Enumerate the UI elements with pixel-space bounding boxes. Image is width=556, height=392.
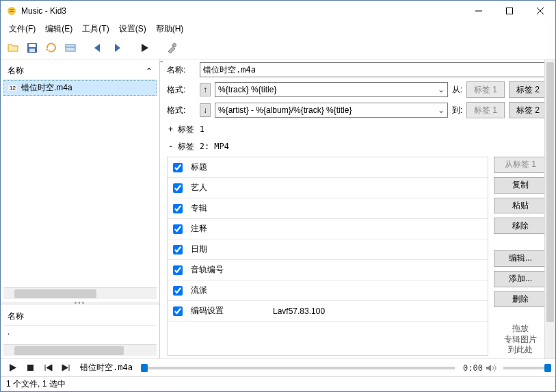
remove-button[interactable]: 移除 [494, 218, 547, 234]
tag-field-name: 编码设置 [188, 305, 270, 317]
tag-row[interactable]: 标题 [168, 157, 488, 178]
add-button[interactable]: 添加... [494, 271, 547, 287]
tag-field-name: 注释 [188, 223, 270, 235]
tag-row[interactable]: 艺人 [168, 178, 488, 198]
tag-table: 标题 艺人 专辑 注释 日期 音轨编号 流派 编码设置 Lavf57.83.10… [167, 157, 488, 356]
player-seek-slider[interactable] [141, 367, 455, 369]
menu-file[interactable]: 文件(F) [5, 22, 40, 36]
svg-rect-3 [29, 44, 36, 47]
close-button[interactable] [525, 1, 555, 21]
menu-help[interactable]: 帮助(H) [152, 22, 188, 36]
player-time: 0:00 [463, 363, 483, 373]
menu-edit[interactable]: 编辑(E) [41, 22, 77, 36]
tag-checkbox[interactable] [173, 163, 183, 172]
from-tag2-button[interactable]: 标签 2 [509, 81, 547, 98]
status-bar: 1 个文件, 1 选中 [1, 376, 555, 391]
tag-checkbox[interactable] [173, 245, 183, 254]
dir-list[interactable]: . .. [3, 326, 157, 344]
player-stop-button[interactable] [23, 361, 38, 375]
svg-rect-4 [29, 49, 35, 52]
chevron-down-icon: ⌄ [438, 105, 445, 115]
tag-checkbox[interactable] [173, 183, 183, 193]
paste-button[interactable]: 粘贴 [494, 198, 547, 214]
from-tag1-side-button[interactable]: 从标签 1 [494, 157, 547, 173]
dir-header-label: 名称 [8, 311, 24, 322]
to-tag2-button[interactable]: 标签 2 [509, 102, 547, 118]
format-up-label: 格式: [167, 84, 196, 96]
tag-field-value[interactable]: Lavf57.83.100 [270, 306, 488, 316]
dir-header[interactable]: 名称 [3, 308, 157, 326]
tag-row[interactable]: 专辑 [168, 198, 488, 219]
revert-button[interactable] [43, 40, 59, 56]
tag-checkbox[interactable] [173, 286, 183, 296]
svg-rect-5 [66, 44, 75, 51]
folder-button[interactable] [62, 40, 79, 56]
title-bar: Music - Kid3 [1, 1, 555, 21]
file-hscroll[interactable] [3, 287, 157, 299]
tag-checkbox[interactable] [173, 306, 183, 316]
window-title: Music - Kid3 [21, 6, 463, 16]
right-vscroll[interactable] [544, 60, 555, 358]
dir-row[interactable]: . [3, 326, 157, 338]
tag1-header[interactable]: + 标签 1 [167, 122, 555, 140]
next-button[interactable] [109, 40, 125, 56]
tag-row[interactable]: 音轨编号 [168, 260, 488, 280]
horizontal-splitter[interactable] [1, 302, 159, 305]
arrow-down-icon[interactable]: ↓ [200, 103, 211, 117]
maximize-button[interactable] [494, 1, 525, 21]
arrow-up-icon[interactable]: ↑ [200, 83, 211, 96]
tag-checkbox[interactable] [173, 224, 183, 234]
file-list[interactable]: 12 错位时空.m4a [3, 80, 157, 287]
file-badge: 12 [8, 85, 17, 91]
config-button[interactable] [163, 40, 180, 56]
dir-hscroll[interactable] [3, 344, 157, 356]
dir-pane: 名称 . .. [1, 305, 159, 358]
format-down-select[interactable]: %{artist} - %{album}/%{track} %{title}⌄ [215, 103, 448, 118]
left-pane: 名称 ⌃ 12 错位时空.m4a 名称 . .. [1, 60, 160, 358]
player-prev-button[interactable] [40, 361, 55, 375]
tag-field-name: 流派 [188, 285, 270, 296]
tag-field-name: 专辑 [188, 202, 270, 214]
tag-checkbox[interactable] [173, 265, 183, 275]
right-pane: ⌃ 名称: 格式: ↑ %{track} %{title}⌄ 从: 标签 1 标… [160, 60, 555, 358]
tag-row[interactable]: 流派 [168, 280, 488, 301]
menu-settings[interactable]: 设置(S) [115, 22, 150, 36]
toolbar [1, 36, 555, 60]
tag-row[interactable]: 日期 [168, 239, 488, 260]
to-tag1-button[interactable]: 标签 1 [466, 102, 505, 118]
format-up-select[interactable]: %{track} %{title}⌄ [215, 82, 448, 97]
file-header[interactable]: 名称 ⌃ [3, 62, 157, 80]
collapse-left-icon[interactable]: ⌃ [160, 60, 164, 67]
open-button[interactable] [5, 40, 21, 56]
tag2-header[interactable]: - 标签 2: MP4 [167, 140, 555, 157]
prev-button[interactable] [90, 40, 106, 56]
name-input[interactable] [200, 62, 547, 77]
file-name: 错位时空.m4a [21, 82, 72, 94]
file-row[interactable]: 12 错位时空.m4a [3, 80, 157, 96]
svg-point-6 [173, 43, 176, 47]
minimize-button[interactable] [463, 1, 494, 21]
tag-checkbox[interactable] [173, 204, 183, 213]
volume-slider[interactable] [503, 367, 551, 369]
delete-button[interactable]: 删除 [494, 291, 547, 308]
dir-row[interactable]: .. [3, 338, 157, 344]
album-art-dropzone[interactable]: 拖放 专辑图片 到此处 [494, 324, 547, 356]
player-play-button[interactable] [5, 361, 20, 375]
file-pane: 名称 ⌃ 12 错位时空.m4a [1, 60, 159, 302]
player-next-button[interactable] [58, 361, 73, 375]
tag-field-name: 标题 [188, 161, 270, 173]
tag-field-name: 日期 [188, 244, 270, 255]
player-track-label: 错位时空.m4a [80, 362, 133, 374]
menu-bar: 文件(F) 编辑(E) 工具(T) 设置(S) 帮助(H) [1, 21, 555, 36]
save-button[interactable] [24, 40, 40, 56]
chevron-down-icon: ⌄ [438, 85, 445, 94]
copy-button[interactable]: 复制 [494, 177, 547, 194]
tag-row[interactable]: 编码设置 Lavf57.83.100 [168, 301, 488, 322]
from-label: 从: [452, 84, 462, 96]
chevron-up-icon: ⌃ [146, 66, 153, 76]
play-button[interactable] [136, 40, 153, 56]
tag-row[interactable]: 注释 [168, 219, 488, 239]
edit-button[interactable]: 编辑... [494, 250, 547, 267]
from-tag1-button[interactable]: 标签 1 [466, 81, 505, 98]
menu-tools[interactable]: 工具(T) [78, 22, 113, 36]
